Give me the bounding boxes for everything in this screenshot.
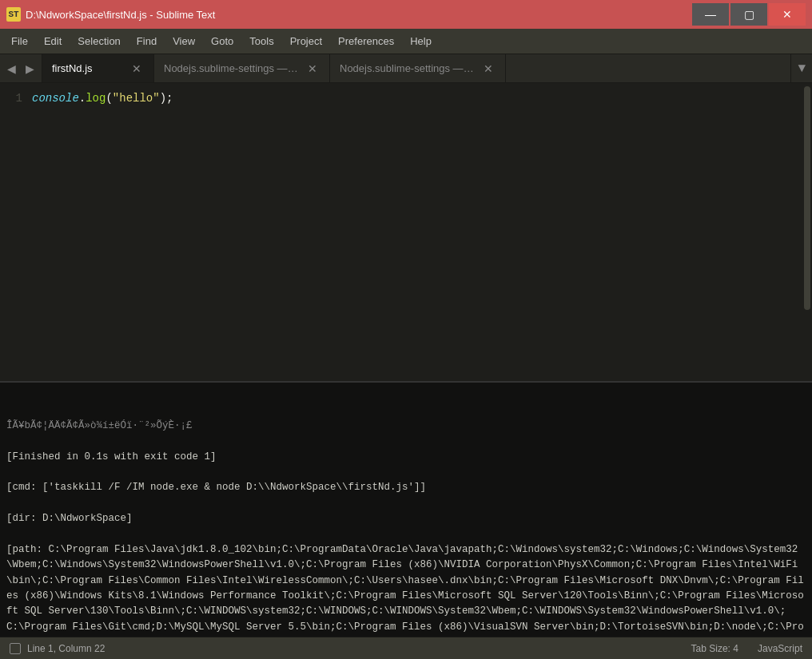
menu-view[interactable]: View [165,32,203,50]
app-icon: ST [6,7,21,22]
scrollbar-thumb[interactable] [804,86,810,310]
status-tab-size[interactable]: Tab Size: 4 [691,643,738,654]
tab-bar: ◀ ▶ firstNd.js ✕ Nodejs.sublime-settings… [0,54,812,83]
tab-next-button[interactable]: ▶ [22,62,38,76]
close-button[interactable]: ✕ [769,3,806,26]
tab-nav-buttons: ◀ ▶ [0,54,42,82]
tab-nodejs-user-close[interactable]: ✕ [305,62,320,75]
scrollbar[interactable] [802,83,812,381]
menu-project[interactable]: Project [282,32,330,50]
menu-tools[interactable]: Tools [241,32,281,50]
menu-bar: File Edit Selection Find View Goto Tools… [0,29,812,54]
tab-nodejs-user[interactable]: Nodejs.sublime-settings — User ✕ [154,54,330,82]
tab-firstnd[interactable]: firstNd.js ✕ [42,54,154,82]
maximize-button[interactable]: ▢ [730,3,767,26]
window-controls: — ▢ ✕ [692,3,806,26]
tab-firstnd-label: firstNd.js [52,62,123,74]
line-number-1: 1 [6,89,22,107]
status-left: Line 1, Column 22 [10,643,105,654]
status-right: Tab Size: 4 JavaScript [691,643,802,654]
console-output[interactable]: ÎÃ¥bÃ¢¦ÄÄ¢Ã¢Ã»ò¾í±ëÓï·¨²»ÕýÈ·¡£ [Finishe… [0,383,812,637]
title-left: ST D:\NdworkSpace\firstNd.js - Sublime T… [6,7,215,22]
tab-prev-button[interactable]: ◀ [3,62,20,76]
status-bar: Line 1, Column 22 Tab Size: 4 JavaScript [0,637,812,659]
title-text: D:\NdworkSpace\firstNd.js - Sublime Text [26,9,215,21]
title-bar: ST D:\NdworkSpace\firstNd.js - Sublime T… [0,0,812,29]
menu-find[interactable]: Find [129,32,165,50]
tab-nodejs-user-label: Nodejs.sublime-settings — User [164,62,299,74]
tab-overflow-button[interactable]: ▼ [790,54,812,82]
menu-file[interactable]: File [3,32,36,50]
tab-nodejs-settings-label: Nodejs.sublime-settings — Nodejs [340,62,475,74]
code-line-1: console.log("hello"); [32,89,802,107]
minimize-button[interactable]: — [692,3,729,26]
console-line-cmd: [cmd: ['taskkill /F /IM node.exe & node … [6,480,806,495]
tabs-container: firstNd.js ✕ Nodejs.sublime-settings — U… [42,54,790,82]
console-line-garbled: ÎÃ¥bÃ¢¦ÄÄ¢Ã¢Ã»ò¾í±ëÓï·¨²»ÕýÈ·¡£ [6,419,806,434]
main-area: 1 console.log("hello"); ÎÃ¥bÃ¢¦ÄÄ¢Ã¢Ã»ò¾… [0,83,812,637]
console-line-path: [path: C:\Program Files\Java\jdk1.8.0_10… [6,542,806,637]
tab-nodejs-settings[interactable]: Nodejs.sublime-settings — Nodejs ✕ [330,54,506,82]
menu-selection[interactable]: Selection [70,32,128,50]
status-language[interactable]: JavaScript [758,643,802,654]
tab-nodejs-settings-close[interactable]: ✕ [481,62,496,75]
menu-help[interactable]: Help [402,32,440,50]
line-numbers: 1 [0,83,32,381]
tab-firstnd-close[interactable]: ✕ [129,62,144,75]
editor[interactable]: 1 console.log("hello"); ÎÃ¥bÃ¢¦ÄÄ¢Ã¢Ã»ò¾… [0,83,812,637]
console-line-finished: [Finished in 0.1s with exit code 1] [6,450,806,465]
console-line-dir: [dir: D:\NdworkSpace] [6,511,806,526]
code-area: 1 console.log("hello"); [0,83,812,381]
status-position: Line 1, Column 22 [27,643,105,654]
menu-preferences[interactable]: Preferences [330,32,402,50]
app-icon-label: ST [8,10,18,19]
code-content[interactable]: console.log("hello"); [32,83,802,381]
status-icon [10,643,21,654]
menu-edit[interactable]: Edit [36,32,70,50]
menu-goto[interactable]: Goto [203,32,241,50]
console-panel: ÎÃ¥bÃ¢¦ÄÄ¢Ã¢Ã»ò¾í±ëÓï·¨²»ÕýÈ·¡£ [Finishe… [0,381,812,637]
